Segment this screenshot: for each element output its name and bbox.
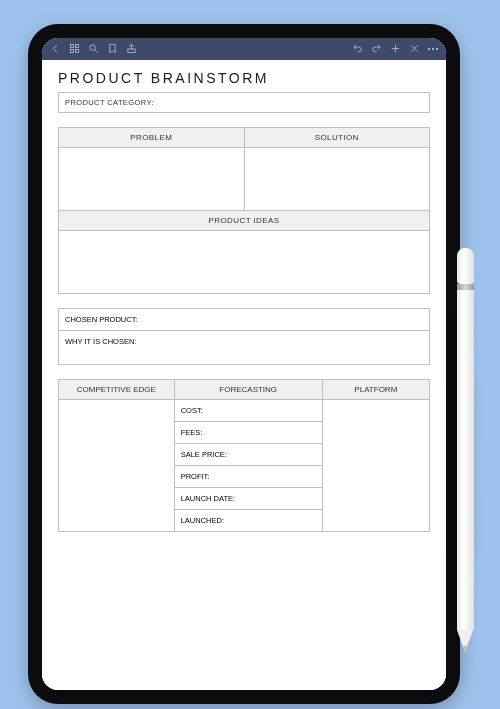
competitive-forecasting-table: COMPETITIVE EDGE FORECASTING COST: FEES:… <box>58 379 430 532</box>
sale-price-row[interactable]: SALE PRICE: <box>175 444 322 466</box>
fees-row[interactable]: FEES: <box>175 422 322 444</box>
launch-date-row[interactable]: LAUNCH DATE: <box>175 488 322 510</box>
close-icon[interactable] <box>409 43 420 56</box>
svg-line-5 <box>95 49 98 52</box>
document-page: PRODUCT BRAINSTORM PRODUCT CATEGORY: PRO… <box>42 60 446 690</box>
problem-solution-table: PROBLEM SOLUTION <box>58 127 430 211</box>
why-chosen-row[interactable]: WHY IT IS CHOSEN: <box>59 330 429 364</box>
problem-cell[interactable] <box>59 148 244 210</box>
chosen-product-row[interactable]: CHOSEN PRODUCT: <box>59 309 429 330</box>
app-toolbar <box>42 38 446 60</box>
launched-row[interactable]: LAUNCHED: <box>175 510 322 531</box>
ideas-cell[interactable] <box>59 231 429 293</box>
platform-header: PLATFORM <box>323 380 429 400</box>
competitive-header: COMPETITIVE EDGE <box>59 380 174 400</box>
solution-header: SOLUTION <box>245 128 430 148</box>
svg-rect-1 <box>75 44 78 47</box>
back-icon[interactable] <box>50 43 61 56</box>
svg-rect-2 <box>70 49 73 52</box>
category-label: PRODUCT CATEGORY: <box>59 93 429 112</box>
bookmark-icon[interactable] <box>107 43 118 56</box>
search-icon[interactable] <box>88 43 99 56</box>
category-box[interactable]: PRODUCT CATEGORY: <box>58 92 430 113</box>
product-ideas-section: PRODUCT IDEAS <box>58 211 430 294</box>
competitive-cell[interactable] <box>59 400 174 531</box>
share-icon[interactable] <box>126 43 137 56</box>
redo-icon[interactable] <box>371 43 382 56</box>
more-icon[interactable] <box>428 48 438 50</box>
solution-cell[interactable] <box>245 148 430 210</box>
add-icon[interactable] <box>390 43 401 56</box>
screen: PRODUCT BRAINSTORM PRODUCT CATEGORY: PRO… <box>42 38 446 690</box>
cost-row[interactable]: COST: <box>175 400 322 422</box>
chosen-product-section: CHOSEN PRODUCT: WHY IT IS CHOSEN: <box>58 308 430 365</box>
forecasting-header: FORECASTING <box>175 380 322 400</box>
why-chosen-label: WHY IT IS CHOSEN: <box>65 337 136 346</box>
profit-row[interactable]: PROFIT: <box>175 466 322 488</box>
ideas-header: PRODUCT IDEAS <box>59 211 429 231</box>
svg-rect-3 <box>75 49 78 52</box>
grid-icon[interactable] <box>69 43 80 56</box>
svg-rect-0 <box>70 44 73 47</box>
problem-header: PROBLEM <box>59 128 244 148</box>
chosen-product-label: CHOSEN PRODUCT: <box>65 315 138 324</box>
svg-point-4 <box>90 44 96 50</box>
platform-cell[interactable] <box>323 400 429 531</box>
tablet-frame: PRODUCT BRAINSTORM PRODUCT CATEGORY: PRO… <box>28 24 460 704</box>
page-title: PRODUCT BRAINSTORM <box>58 70 430 86</box>
undo-icon[interactable] <box>352 43 363 56</box>
